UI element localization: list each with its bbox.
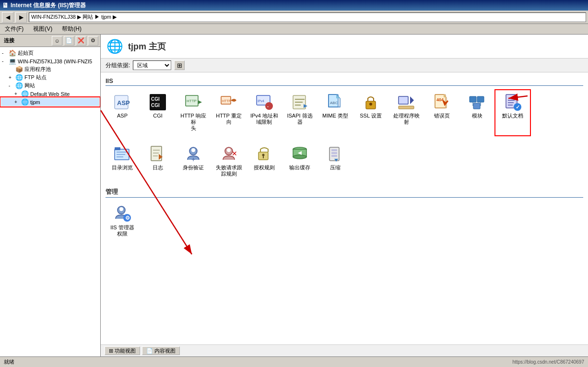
ipv4-label: IPv4 地址和域限制 xyxy=(250,113,278,125)
http-headers-item[interactable]: HTTP HTTP 响应标头 xyxy=(176,91,210,135)
sidebar-tool-new[interactable]: ☺ xyxy=(52,36,62,46)
tree-label-home: 起始页 xyxy=(18,49,34,57)
tree-item-home[interactable]: - 🏠 起始页 xyxy=(1,49,99,57)
content-header-title: tjpm 主页 xyxy=(128,41,166,52)
isapi-icon xyxy=(291,94,308,111)
svg-rect-69 xyxy=(331,149,337,151)
tree-item-server[interactable]: - 💻 WIN-FNZI57KLJ38 (WIN-FNZI5 xyxy=(1,57,99,65)
svg-rect-70 xyxy=(331,152,337,154)
status-url: https://blog.csdn.net/C867240697 xyxy=(512,359,584,365)
sidebar-tool-settings[interactable]: ⚙ xyxy=(88,36,98,46)
tree-label-ftp: FTP 站点 xyxy=(24,74,47,81)
sidebar-toolbar: 连接 ☺ 📄 ❌ ⚙ xyxy=(0,35,100,47)
title-bar-text: Internet 信息服务 (IIS)管理器 xyxy=(11,1,86,10)
management-icon-grid: ⚙ IIS 管理器权限 xyxy=(106,202,583,240)
output-cache-item[interactable]: 输出缓存 xyxy=(283,142,317,180)
function-view-icon: ⊞ xyxy=(109,348,113,354)
home-icon: 🏠 xyxy=(9,49,16,57)
tree-item-ftp[interactable]: + 🌐 FTP 站点 xyxy=(1,73,99,82)
handler-item[interactable]: 处理程序映射 xyxy=(389,91,423,135)
cgi-item[interactable]: CGI CGI CGI xyxy=(141,91,175,135)
dir-browse-label: 目录浏览 xyxy=(112,165,133,171)
svg-point-66 xyxy=(293,155,306,159)
address-path: WIN-FNZI57KLJ38 ▶ 网站 ▶ tjpm ▶ xyxy=(31,13,117,21)
tree-label-sites: 网站 xyxy=(24,82,35,89)
tree-label-tjpm: tjpm xyxy=(30,99,40,105)
mime-item[interactable]: ABC MIME 类型 xyxy=(318,91,352,135)
module-item[interactable]: 模块 xyxy=(460,91,494,135)
http-headers-label: HTTP 响应标头 xyxy=(178,113,208,132)
sites-icon: 🌐 xyxy=(15,82,23,89)
svg-rect-34 xyxy=(473,103,480,109)
default-doc-icon: ✓ xyxy=(504,94,521,111)
error-item[interactable]: 404 错误页 xyxy=(425,91,459,135)
ftp-icon: 🌐 xyxy=(15,74,23,81)
error-icon: 404 xyxy=(433,94,450,111)
http-headers-icon: HTTP xyxy=(185,94,202,111)
tree-label-apppool: 应用程序池 xyxy=(24,66,51,73)
content-view-icon: 📄 xyxy=(146,348,153,354)
authz-item[interactable]: 授权规则 xyxy=(247,142,281,180)
failed-req-item[interactable]: ✕ 失败请求跟踪规则 xyxy=(212,142,246,180)
svg-marker-26 xyxy=(410,96,414,104)
forward-button[interactable]: ▶ xyxy=(15,12,27,23)
menu-file[interactable]: 文件(F) xyxy=(2,24,26,34)
expand-sites: - xyxy=(9,83,14,88)
ssl-icon xyxy=(362,94,379,111)
status-ready: 就绪 xyxy=(4,358,14,366)
function-view-button[interactable]: ⊞ 功能视图 xyxy=(105,346,140,355)
dir-browse-item[interactable]: 目录浏览 xyxy=(106,142,139,180)
sidebar-tool-doc[interactable]: 📄 xyxy=(64,36,74,46)
svg-text:404: 404 xyxy=(436,97,444,102)
compress-icon xyxy=(327,145,344,163)
http-redirect-item[interactable]: HTTP HTTP 重定向 xyxy=(212,91,246,135)
content-view-button[interactable]: 📄 内容视图 xyxy=(142,346,180,355)
cgi-icon: CGI CGI xyxy=(149,94,166,111)
tree-item-tjpm[interactable]: + 🌐 tjpm xyxy=(1,98,99,106)
failed-req-icon: ✕ xyxy=(220,145,237,163)
back-button[interactable]: ◀ xyxy=(2,12,13,23)
menu-view[interactable]: 视图(V) xyxy=(30,24,55,34)
title-bar-icon: 🖥 xyxy=(2,1,9,9)
asp-label: ASP xyxy=(117,113,128,119)
auth-item[interactable]: + 身份验证 xyxy=(176,142,210,180)
svg-marker-7 xyxy=(198,100,202,104)
svg-text:✕: ✕ xyxy=(232,150,237,157)
tree-item-sites[interactable]: - 🌐 网站 xyxy=(1,82,99,90)
default-doc-item[interactable]: ✓ 默认文档 xyxy=(496,91,529,135)
tree-item-apppool[interactable]: 📦 应用程序池 xyxy=(1,65,99,73)
svg-text:CGI: CGI xyxy=(151,96,160,102)
content-header-icon: 🌐 xyxy=(106,38,123,54)
svg-text:⚙: ⚙ xyxy=(125,215,130,221)
svg-text:HTTP: HTTP xyxy=(187,99,197,103)
compress-item[interactable]: 压缩 xyxy=(318,142,352,180)
group-select[interactable]: 区域 xyxy=(133,60,171,70)
expand-home: - xyxy=(2,50,8,56)
log-item[interactable]: 日志 xyxy=(141,142,175,180)
sidebar-tool-close[interactable]: ❌ xyxy=(76,36,86,46)
menu-help[interactable]: 帮助(H) xyxy=(59,24,84,34)
svg-text:ASP: ASP xyxy=(117,99,130,107)
svg-point-62 xyxy=(262,154,265,156)
tree-item-default-site[interactable]: + 🌐 Default Web Site xyxy=(1,90,99,98)
sidebar: 连接 ☺ 📄 ❌ ⚙ - 🏠 起始页 - 💻 WIN-FNZI57KLJ38 (… xyxy=(0,35,101,356)
group-label: 分组依据: xyxy=(106,61,130,70)
group-view-button[interactable]: ⊞ xyxy=(174,60,185,70)
svg-rect-25 xyxy=(399,96,408,104)
log-label: 日志 xyxy=(153,165,163,171)
server-icon: 💻 xyxy=(9,58,16,65)
asp-item[interactable]: ASP ASP xyxy=(106,91,139,135)
ssl-item[interactable]: SSL 设置 xyxy=(354,91,388,135)
isapi-label: ISAPI 筛选器 xyxy=(287,113,312,125)
svg-point-24 xyxy=(369,103,372,106)
svg-rect-32 xyxy=(470,96,476,102)
apppool-icon: 📦 xyxy=(15,66,23,73)
auth-label: 身份验证 xyxy=(183,165,204,171)
iis-mgr-item[interactable]: ⚙ IIS 管理器权限 xyxy=(106,202,139,240)
isapi-item[interactable]: ISAPI 筛选器 xyxy=(283,91,317,135)
ipv4-item[interactable]: IPv4 - IPv4 地址和域限制 xyxy=(247,91,281,135)
failed-req-label: 失败请求跟踪规则 xyxy=(216,165,242,177)
svg-text:CGI: CGI xyxy=(151,103,160,108)
svg-rect-71 xyxy=(331,155,337,157)
svg-rect-46 xyxy=(115,147,120,150)
